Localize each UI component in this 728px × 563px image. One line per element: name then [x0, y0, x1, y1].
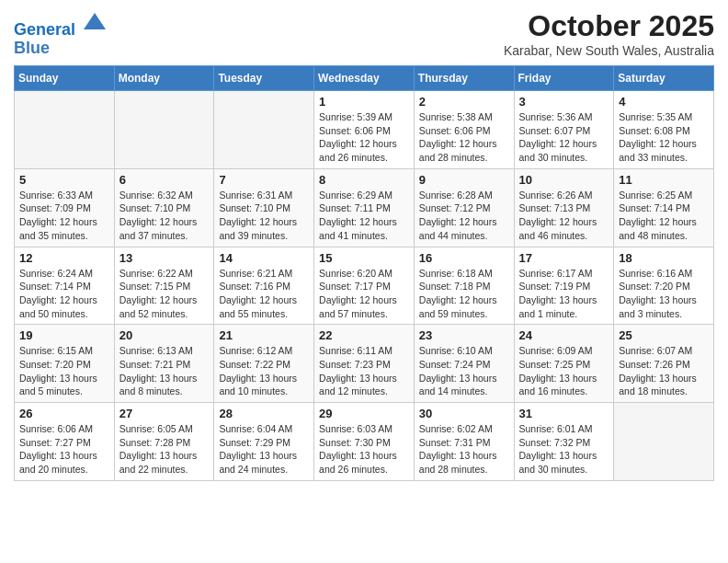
day-number: 18 — [619, 251, 709, 265]
calendar-cell: 21Sunrise: 6:12 AM Sunset: 7:22 PM Dayli… — [214, 325, 314, 403]
calendar-cell: 17Sunrise: 6:17 AM Sunset: 7:19 PM Dayli… — [514, 247, 614, 325]
day-info: Sunrise: 6:17 AM Sunset: 7:19 PM Dayligh… — [519, 267, 609, 321]
calendar-cell: 25Sunrise: 6:07 AM Sunset: 7:26 PM Dayli… — [614, 325, 714, 403]
day-number: 11 — [619, 173, 709, 187]
logo-blue: Blue — [14, 39, 50, 57]
calendar-cell: 10Sunrise: 6:26 AM Sunset: 7:13 PM Dayli… — [514, 168, 614, 247]
weekday-header: Friday — [514, 66, 614, 91]
weekday-header: Sunday — [15, 66, 115, 91]
day-number: 31 — [519, 407, 609, 420]
calendar-cell: 13Sunrise: 6:22 AM Sunset: 7:15 PM Dayli… — [114, 247, 214, 325]
calendar-cell: 3Sunrise: 5:36 AM Sunset: 6:07 PM Daylig… — [514, 91, 614, 169]
weekday-header-row: SundayMondayTuesdayWednesdayThursdayFrid… — [15, 66, 714, 91]
day-info: Sunrise: 6:03 AM Sunset: 7:30 PM Dayligh… — [319, 422, 409, 477]
day-number: 22 — [319, 328, 409, 342]
day-info: Sunrise: 6:02 AM Sunset: 7:31 PM Dayligh… — [419, 422, 509, 477]
day-info: Sunrise: 6:16 AM Sunset: 7:20 PM Dayligh… — [619, 267, 709, 321]
day-number: 5 — [19, 173, 109, 187]
location: Karabar, New South Wales, Australia — [504, 43, 714, 58]
day-number: 1 — [319, 95, 409, 109]
svg-marker-0 — [84, 13, 106, 29]
calendar-cell: 4Sunrise: 5:35 AM Sunset: 6:08 PM Daylig… — [614, 91, 714, 169]
day-number: 3 — [519, 95, 609, 109]
calendar-cell: 8Sunrise: 6:29 AM Sunset: 7:11 PM Daylig… — [314, 168, 415, 247]
day-number: 4 — [619, 95, 709, 109]
calendar-cell — [614, 403, 714, 481]
calendar-cell: 28Sunrise: 6:04 AM Sunset: 7:29 PM Dayli… — [214, 403, 314, 481]
calendar-table: SundayMondayTuesdayWednesdayThursdayFrid… — [14, 65, 714, 481]
day-info: Sunrise: 6:32 AM Sunset: 7:10 PM Dayligh… — [119, 189, 210, 243]
day-info: Sunrise: 5:35 AM Sunset: 6:08 PM Dayligh… — [619, 110, 709, 165]
day-number: 29 — [319, 407, 409, 420]
calendar-week-row: 12Sunrise: 6:24 AM Sunset: 7:14 PM Dayli… — [15, 247, 714, 325]
calendar-cell: 6Sunrise: 6:32 AM Sunset: 7:10 PM Daylig… — [114, 168, 214, 247]
calendar-cell: 11Sunrise: 6:25 AM Sunset: 7:14 PM Dayli… — [614, 168, 714, 247]
month-title: October 2025 — [504, 9, 714, 43]
weekday-header: Wednesday — [314, 66, 415, 91]
day-info: Sunrise: 6:05 AM Sunset: 7:28 PM Dayligh… — [119, 422, 210, 477]
day-info: Sunrise: 5:39 AM Sunset: 6:06 PM Dayligh… — [319, 110, 409, 165]
day-info: Sunrise: 6:18 AM Sunset: 7:18 PM Dayligh… — [419, 267, 509, 321]
calendar-cell: 9Sunrise: 6:28 AM Sunset: 7:12 PM Daylig… — [414, 168, 514, 247]
day-number: 6 — [119, 173, 210, 187]
day-number: 23 — [419, 328, 509, 342]
day-info: Sunrise: 6:10 AM Sunset: 7:24 PM Dayligh… — [419, 344, 509, 398]
logo-icon — [82, 9, 108, 35]
day-number: 9 — [419, 173, 509, 187]
day-info: Sunrise: 6:07 AM Sunset: 7:26 PM Dayligh… — [619, 344, 709, 398]
day-info: Sunrise: 6:24 AM Sunset: 7:14 PM Dayligh… — [19, 267, 109, 321]
calendar-cell: 31Sunrise: 6:01 AM Sunset: 7:32 PM Dayli… — [514, 403, 614, 481]
day-info: Sunrise: 6:31 AM Sunset: 7:10 PM Dayligh… — [219, 189, 309, 243]
calendar-cell: 23Sunrise: 6:10 AM Sunset: 7:24 PM Dayli… — [414, 325, 514, 403]
day-number: 12 — [19, 251, 109, 265]
day-number: 7 — [219, 173, 309, 187]
weekday-header: Thursday — [414, 66, 514, 91]
day-number: 8 — [319, 173, 409, 187]
day-info: Sunrise: 5:38 AM Sunset: 6:06 PM Dayligh… — [419, 110, 509, 165]
day-number: 27 — [119, 407, 210, 420]
day-number: 10 — [519, 173, 609, 187]
day-info: Sunrise: 6:04 AM Sunset: 7:29 PM Dayligh… — [219, 422, 309, 477]
day-number: 28 — [219, 407, 309, 420]
day-number: 14 — [219, 251, 309, 265]
title-block: October 2025 Karabar, New South Wales, A… — [504, 9, 714, 58]
day-number: 2 — [419, 95, 509, 109]
day-info: Sunrise: 6:12 AM Sunset: 7:22 PM Dayligh… — [219, 344, 309, 398]
day-info: Sunrise: 6:20 AM Sunset: 7:17 PM Dayligh… — [319, 267, 409, 321]
day-number: 30 — [419, 407, 509, 420]
logo: General Blue — [14, 9, 108, 58]
calendar-cell — [214, 91, 314, 169]
day-info: Sunrise: 6:33 AM Sunset: 7:09 PM Dayligh… — [19, 189, 109, 243]
calendar-cell: 22Sunrise: 6:11 AM Sunset: 7:23 PM Dayli… — [314, 325, 415, 403]
calendar-cell: 27Sunrise: 6:05 AM Sunset: 7:28 PM Dayli… — [114, 403, 214, 481]
calendar-cell: 29Sunrise: 6:03 AM Sunset: 7:30 PM Dayli… — [314, 403, 415, 481]
day-info: Sunrise: 6:11 AM Sunset: 7:23 PM Dayligh… — [319, 344, 409, 398]
day-number: 25 — [619, 328, 709, 342]
day-info: Sunrise: 6:26 AM Sunset: 7:13 PM Dayligh… — [519, 189, 609, 243]
calendar-cell: 7Sunrise: 6:31 AM Sunset: 7:10 PM Daylig… — [214, 168, 314, 247]
day-info: Sunrise: 6:13 AM Sunset: 7:21 PM Dayligh… — [119, 344, 210, 398]
calendar-cell: 18Sunrise: 6:16 AM Sunset: 7:20 PM Dayli… — [614, 247, 714, 325]
day-info: Sunrise: 6:06 AM Sunset: 7:27 PM Dayligh… — [19, 422, 109, 477]
calendar-cell: 19Sunrise: 6:15 AM Sunset: 7:20 PM Dayli… — [15, 325, 115, 403]
day-number: 20 — [119, 328, 210, 342]
calendar-cell: 12Sunrise: 6:24 AM Sunset: 7:14 PM Dayli… — [15, 247, 115, 325]
weekday-header: Tuesday — [214, 66, 314, 91]
day-info: Sunrise: 6:01 AM Sunset: 7:32 PM Dayligh… — [519, 422, 609, 477]
calendar-cell: 15Sunrise: 6:20 AM Sunset: 7:17 PM Dayli… — [314, 247, 415, 325]
weekday-header: Saturday — [614, 66, 714, 91]
calendar-week-row: 19Sunrise: 6:15 AM Sunset: 7:20 PM Dayli… — [15, 325, 714, 403]
day-info: Sunrise: 6:28 AM Sunset: 7:12 PM Dayligh… — [419, 189, 509, 243]
day-info: Sunrise: 6:29 AM Sunset: 7:11 PM Dayligh… — [319, 189, 409, 243]
day-number: 19 — [19, 328, 109, 342]
calendar-cell: 14Sunrise: 6:21 AM Sunset: 7:16 PM Dayli… — [214, 247, 314, 325]
calendar-cell: 16Sunrise: 6:18 AM Sunset: 7:18 PM Dayli… — [414, 247, 514, 325]
day-number: 15 — [319, 251, 409, 265]
logo-general: General — [14, 20, 75, 39]
day-number: 13 — [119, 251, 210, 265]
page-header: General Blue October 2025 Karabar, New S… — [14, 9, 714, 58]
calendar-week-row: 5Sunrise: 6:33 AM Sunset: 7:09 PM Daylig… — [15, 168, 714, 247]
calendar-cell — [15, 91, 115, 169]
calendar-cell: 24Sunrise: 6:09 AM Sunset: 7:25 PM Dayli… — [514, 325, 614, 403]
calendar-week-row: 1Sunrise: 5:39 AM Sunset: 6:06 PM Daylig… — [15, 91, 714, 169]
